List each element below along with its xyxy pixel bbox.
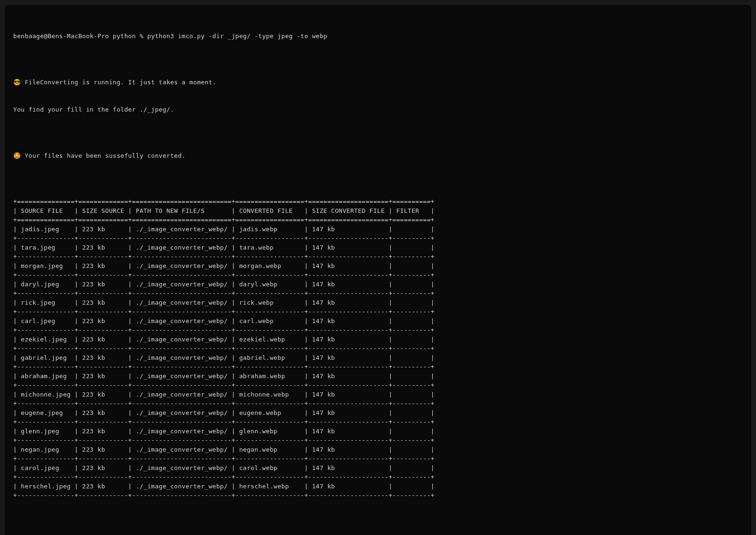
table-separator-line: +---------------+-------------+---------… (13, 436, 743, 445)
table-separator-line: +---------------+-------------+---------… (13, 252, 743, 261)
table-row: | rick.jpeg | 223 kb | ./_image_converte… (13, 298, 743, 308)
table-row: | tara.jpeg | 223 kb | ./_image_converte… (13, 243, 743, 252)
table-row: | michonne.jpeg | 223 kb | ./_image_conv… (13, 390, 743, 399)
table-separator-line: +---------------+-------------+---------… (13, 234, 743, 243)
table-separator-line: +---------------+-------------+---------… (13, 362, 743, 372)
terminal-window[interactable]: benbaage@Bens-MacBook-Pro python % pytho… (5, 5, 751, 535)
table-separator-line: +---------------+-------------+---------… (13, 417, 743, 427)
status-done-line: 🤩 Your files have been sussefully conver… (13, 151, 743, 161)
status-folder-line: You find your fill in the folder ./_jpeg… (13, 105, 743, 114)
table-row: | morgan.jpeg | 223 kb | ./_image_conver… (13, 261, 743, 271)
table-row: | eugene.jpeg | 223 kb | ./_image_conver… (13, 408, 743, 418)
table-row: | herschel.jpeg | 223 kb | ./_image_conv… (13, 482, 743, 491)
results-table: +===============+=============+=========… (13, 197, 743, 500)
table-row: | gabriel.jpeg | 223 kb | ./_image_conve… (13, 353, 743, 363)
table-separator-line: +---------------+-------------+---------… (13, 344, 743, 353)
table-separator-line: +---------------+-------------+---------… (13, 325, 743, 335)
status-running-line: 😎 FileConverting is running. It just tak… (13, 78, 743, 87)
table-row: | daryl.jpeg | 223 kb | ./_image_convert… (13, 280, 743, 289)
table-separator-line: +---------------+-------------+---------… (13, 399, 743, 408)
table-separator-line: +---------------+-------------+---------… (13, 289, 743, 298)
table-separator-line: +---------------+-------------+---------… (13, 307, 743, 316)
table-row: | negan.jpeg | 223 kb | ./_image_convert… (13, 445, 743, 454)
table-separator-line: +---------------+-------------+---------… (13, 381, 743, 390)
table-row: | jadis.jpeg | 223 kb | ./_image_convert… (13, 225, 743, 234)
table-row: | abraham.jpeg | 223 kb | ./_image_conve… (13, 372, 743, 381)
table-row: | ezekiel.jpeg | 223 kb | ./_image_conve… (13, 335, 743, 344)
table-separator-line: +---------------+-------------+---------… (13, 454, 743, 463)
table-header-line: +===============+=============+=========… (13, 197, 743, 206)
table-row: | carl.jpeg | 223 kb | ./_image_converte… (13, 316, 743, 326)
table-separator-line: +---------------+-------------+---------… (13, 491, 743, 500)
table-row: | carol.jpeg | 223 kb | ./_image_convert… (13, 463, 743, 473)
table-separator-line: +---------------+-------------+---------… (13, 270, 743, 280)
table-header-line: | SOURCE FILE | SIZE SOURCE | PATH TO NE… (13, 206, 743, 216)
table-row: | glenn.jpeg | 223 kb | ./_image_convert… (13, 427, 743, 436)
command-prompt-line: benbaage@Bens-MacBook-Pro python % pytho… (13, 32, 743, 41)
table-separator-line: +---------------+-------------+---------… (13, 472, 743, 482)
table-header-line: +===============+=============+=========… (13, 215, 743, 225)
